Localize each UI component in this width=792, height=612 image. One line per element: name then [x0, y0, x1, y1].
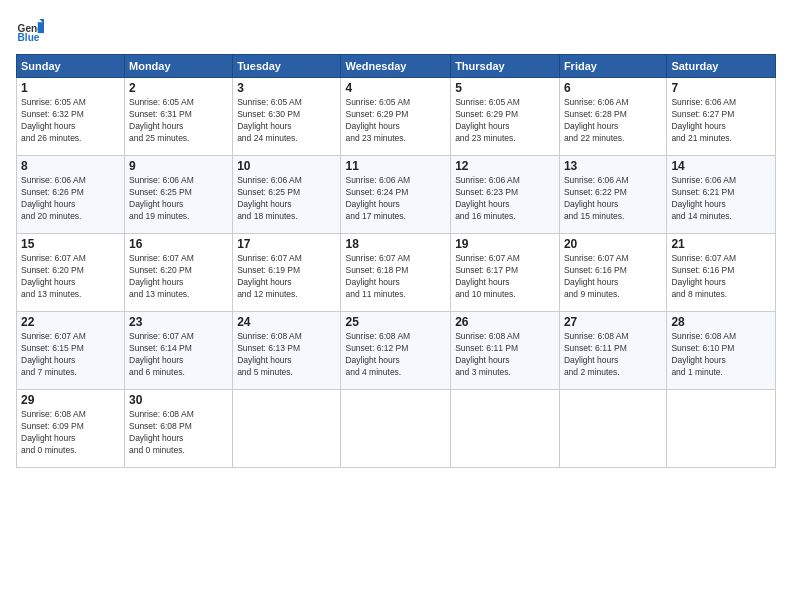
- day-info: Sunrise: 6:06 AM Sunset: 6:27 PM Dayligh…: [671, 97, 771, 145]
- empty-cell: [667, 390, 776, 468]
- day-number: 8: [21, 159, 120, 173]
- day-info: Sunrise: 6:08 AM Sunset: 6:10 PM Dayligh…: [671, 331, 771, 379]
- day-cell: 26 Sunrise: 6:08 AM Sunset: 6:11 PM Dayl…: [451, 312, 560, 390]
- day-info: Sunrise: 6:08 AM Sunset: 6:08 PM Dayligh…: [129, 409, 228, 457]
- day-info: Sunrise: 6:07 AM Sunset: 6:20 PM Dayligh…: [129, 253, 228, 301]
- day-info: Sunrise: 6:07 AM Sunset: 6:14 PM Dayligh…: [129, 331, 228, 379]
- day-info: Sunrise: 6:08 AM Sunset: 6:11 PM Dayligh…: [455, 331, 555, 379]
- day-number: 12: [455, 159, 555, 173]
- empty-cell: [233, 390, 341, 468]
- day-info: Sunrise: 6:07 AM Sunset: 6:17 PM Dayligh…: [455, 253, 555, 301]
- day-cell: 12 Sunrise: 6:06 AM Sunset: 6:23 PM Dayl…: [451, 156, 560, 234]
- day-info: Sunrise: 6:07 AM Sunset: 6:16 PM Dayligh…: [671, 253, 771, 301]
- calendar-row: 15 Sunrise: 6:07 AM Sunset: 6:20 PM Dayl…: [17, 234, 776, 312]
- day-number: 9: [129, 159, 228, 173]
- day-cell: 18 Sunrise: 6:07 AM Sunset: 6:18 PM Dayl…: [341, 234, 451, 312]
- day-cell: 11 Sunrise: 6:06 AM Sunset: 6:24 PM Dayl…: [341, 156, 451, 234]
- day-number: 29: [21, 393, 120, 407]
- day-number: 6: [564, 81, 662, 95]
- day-cell: 3 Sunrise: 6:05 AM Sunset: 6:30 PM Dayli…: [233, 78, 341, 156]
- svg-text:Blue: Blue: [18, 32, 40, 43]
- day-info: Sunrise: 6:06 AM Sunset: 6:25 PM Dayligh…: [237, 175, 336, 223]
- day-cell: 28 Sunrise: 6:08 AM Sunset: 6:10 PM Dayl…: [667, 312, 776, 390]
- day-number: 7: [671, 81, 771, 95]
- day-cell: 27 Sunrise: 6:08 AM Sunset: 6:11 PM Dayl…: [559, 312, 666, 390]
- day-number: 30: [129, 393, 228, 407]
- day-number: 18: [345, 237, 446, 251]
- empty-cell: [451, 390, 560, 468]
- col-wednesday: Wednesday: [341, 55, 451, 78]
- day-info: Sunrise: 6:07 AM Sunset: 6:18 PM Dayligh…: [345, 253, 446, 301]
- day-number: 1: [21, 81, 120, 95]
- day-cell: 2 Sunrise: 6:05 AM Sunset: 6:31 PM Dayli…: [125, 78, 233, 156]
- day-cell: 15 Sunrise: 6:07 AM Sunset: 6:20 PM Dayl…: [17, 234, 125, 312]
- day-info: Sunrise: 6:07 AM Sunset: 6:19 PM Dayligh…: [237, 253, 336, 301]
- col-thursday: Thursday: [451, 55, 560, 78]
- logo-icon: General Blue: [16, 16, 44, 44]
- day-number: 25: [345, 315, 446, 329]
- day-cell: 24 Sunrise: 6:08 AM Sunset: 6:13 PM Dayl…: [233, 312, 341, 390]
- day-info: Sunrise: 6:05 AM Sunset: 6:31 PM Dayligh…: [129, 97, 228, 145]
- day-cell: 6 Sunrise: 6:06 AM Sunset: 6:28 PM Dayli…: [559, 78, 666, 156]
- day-info: Sunrise: 6:05 AM Sunset: 6:30 PM Dayligh…: [237, 97, 336, 145]
- day-info: Sunrise: 6:08 AM Sunset: 6:13 PM Dayligh…: [237, 331, 336, 379]
- day-cell: 19 Sunrise: 6:07 AM Sunset: 6:17 PM Dayl…: [451, 234, 560, 312]
- day-info: Sunrise: 6:07 AM Sunset: 6:20 PM Dayligh…: [21, 253, 120, 301]
- day-number: 13: [564, 159, 662, 173]
- day-number: 20: [564, 237, 662, 251]
- calendar-table: Sunday Monday Tuesday Wednesday Thursday…: [16, 54, 776, 468]
- day-info: Sunrise: 6:06 AM Sunset: 6:28 PM Dayligh…: [564, 97, 662, 145]
- svg-marker-2: [38, 22, 44, 33]
- day-number: 3: [237, 81, 336, 95]
- day-number: 24: [237, 315, 336, 329]
- day-number: 21: [671, 237, 771, 251]
- day-info: Sunrise: 6:07 AM Sunset: 6:15 PM Dayligh…: [21, 331, 120, 379]
- day-number: 2: [129, 81, 228, 95]
- empty-cell: [341, 390, 451, 468]
- day-info: Sunrise: 6:05 AM Sunset: 6:29 PM Dayligh…: [345, 97, 446, 145]
- day-cell: 10 Sunrise: 6:06 AM Sunset: 6:25 PM Dayl…: [233, 156, 341, 234]
- day-number: 28: [671, 315, 771, 329]
- day-cell: 30 Sunrise: 6:08 AM Sunset: 6:08 PM Dayl…: [125, 390, 233, 468]
- day-cell: 8 Sunrise: 6:06 AM Sunset: 6:26 PM Dayli…: [17, 156, 125, 234]
- day-cell: 25 Sunrise: 6:08 AM Sunset: 6:12 PM Dayl…: [341, 312, 451, 390]
- day-number: 22: [21, 315, 120, 329]
- col-friday: Friday: [559, 55, 666, 78]
- day-number: 5: [455, 81, 555, 95]
- empty-cell: [559, 390, 666, 468]
- calendar-row: 1 Sunrise: 6:05 AMSunset: 6:32 PMDayligh…: [17, 78, 776, 156]
- logo: General Blue: [16, 16, 48, 44]
- day-cell: 17 Sunrise: 6:07 AM Sunset: 6:19 PM Dayl…: [233, 234, 341, 312]
- day-cell: 20 Sunrise: 6:07 AM Sunset: 6:16 PM Dayl…: [559, 234, 666, 312]
- col-sunday: Sunday: [17, 55, 125, 78]
- day-cell: 16 Sunrise: 6:07 AM Sunset: 6:20 PM Dayl…: [125, 234, 233, 312]
- day-number: 23: [129, 315, 228, 329]
- calendar-row: 8 Sunrise: 6:06 AM Sunset: 6:26 PM Dayli…: [17, 156, 776, 234]
- day-info: Sunrise: 6:06 AM Sunset: 6:25 PM Dayligh…: [129, 175, 228, 223]
- day-info: Sunrise: 6:08 AM Sunset: 6:12 PM Dayligh…: [345, 331, 446, 379]
- day-cell: 1 Sunrise: 6:05 AMSunset: 6:32 PMDayligh…: [17, 78, 125, 156]
- day-info: Sunrise: 6:08 AM Sunset: 6:09 PM Dayligh…: [21, 409, 120, 457]
- day-number: 19: [455, 237, 555, 251]
- day-number: 17: [237, 237, 336, 251]
- day-info: Sunrise: 6:07 AM Sunset: 6:16 PM Dayligh…: [564, 253, 662, 301]
- day-cell: 4 Sunrise: 6:05 AM Sunset: 6:29 PM Dayli…: [341, 78, 451, 156]
- day-number: 10: [237, 159, 336, 173]
- day-cell: 23 Sunrise: 6:07 AM Sunset: 6:14 PM Dayl…: [125, 312, 233, 390]
- calendar-header-row: Sunday Monday Tuesday Wednesday Thursday…: [17, 55, 776, 78]
- day-number: 26: [455, 315, 555, 329]
- day-info: Sunrise: 6:08 AM Sunset: 6:11 PM Dayligh…: [564, 331, 662, 379]
- day-cell: 22 Sunrise: 6:07 AM Sunset: 6:15 PM Dayl…: [17, 312, 125, 390]
- day-number: 27: [564, 315, 662, 329]
- page: General Blue Sunday Monday Tuesday Wedne…: [0, 0, 792, 612]
- day-info: Sunrise: 6:05 AM Sunset: 6:29 PM Dayligh…: [455, 97, 555, 145]
- day-info: Sunrise: 6:05 AMSunset: 6:32 PMDaylight …: [21, 97, 120, 145]
- calendar-row: 29 Sunrise: 6:08 AM Sunset: 6:09 PM Dayl…: [17, 390, 776, 468]
- day-cell: 29 Sunrise: 6:08 AM Sunset: 6:09 PM Dayl…: [17, 390, 125, 468]
- day-number: 11: [345, 159, 446, 173]
- day-info: Sunrise: 6:06 AM Sunset: 6:22 PM Dayligh…: [564, 175, 662, 223]
- day-number: 16: [129, 237, 228, 251]
- col-monday: Monday: [125, 55, 233, 78]
- day-cell: 9 Sunrise: 6:06 AM Sunset: 6:25 PM Dayli…: [125, 156, 233, 234]
- day-number: 15: [21, 237, 120, 251]
